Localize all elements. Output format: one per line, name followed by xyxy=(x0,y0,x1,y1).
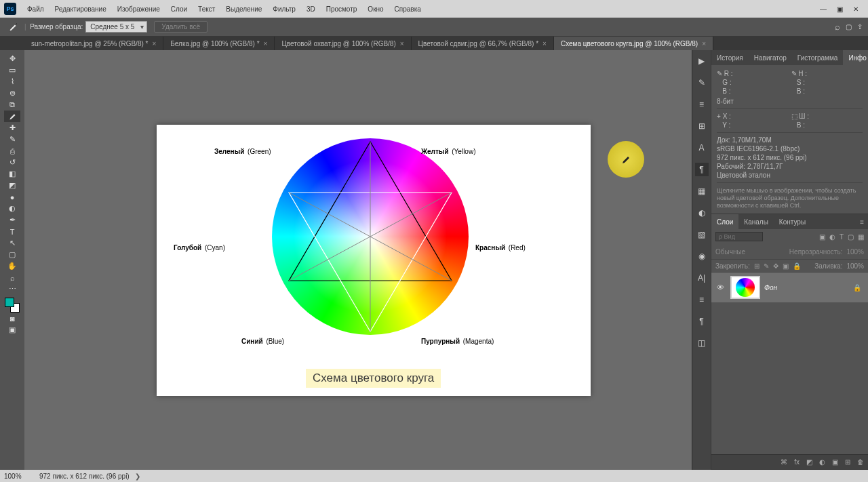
screen-mode[interactable]: ▣ xyxy=(4,324,20,336)
brush-tool[interactable]: ✎ xyxy=(4,134,20,145)
filter-image-icon[interactable]: ▣ xyxy=(819,233,825,241)
close-icon[interactable]: × xyxy=(542,40,547,47)
actions-icon[interactable]: ◐ xyxy=(695,206,709,220)
tab-navigator[interactable]: Навигатор xyxy=(749,50,792,65)
opacity-value[interactable]: 100% xyxy=(846,248,864,256)
eyedropper-tool[interactable] xyxy=(4,111,20,122)
crop-tool[interactable]: ⧉ xyxy=(4,99,20,111)
filter-smart-icon[interactable]: ▦ xyxy=(858,233,864,241)
search-icon[interactable]: ⌕ xyxy=(835,22,840,32)
edit-toolbar[interactable]: ⋯ xyxy=(4,283,20,295)
styles-icon[interactable]: ▦ xyxy=(695,184,709,198)
close-icon[interactable]: × xyxy=(702,40,706,47)
lock-all-icon[interactable]: 🔒 xyxy=(793,262,801,270)
tab-sun-metropolitan[interactable]: sun-metropolitan.jpg @ 25% (RGB/8) *× xyxy=(24,37,163,50)
tab-paths[interactable]: Контуры xyxy=(774,214,811,229)
layer-row[interactable]: 👁 Фон 🔒 xyxy=(711,273,868,302)
menu-filter[interactable]: Фильтр xyxy=(267,5,301,13)
layer-thumbnail[interactable] xyxy=(730,276,760,299)
menu-edit[interactable]: Редактирование xyxy=(50,5,112,13)
tab-layers[interactable]: Слои xyxy=(711,214,738,229)
close-icon[interactable]: × xyxy=(264,40,268,47)
layer-filter-input[interactable] xyxy=(715,232,763,241)
tab-history[interactable]: История xyxy=(711,50,749,65)
filter-shape-icon[interactable]: ▢ xyxy=(848,233,854,241)
zoom-level[interactable]: 100% xyxy=(4,473,34,480)
healing-tool[interactable]: ✚ xyxy=(4,122,20,134)
tab-histogram[interactable]: Гистограмма xyxy=(792,50,844,65)
menu-text[interactable]: Текст xyxy=(193,5,220,13)
hand-tool[interactable]: ✋ xyxy=(4,260,20,272)
tab-shift[interactable]: Цветовой сдвиг.jpg @ 66,7% (RGB/8) *× xyxy=(412,37,554,50)
filter-type-icon[interactable]: T xyxy=(840,233,844,241)
tab-color-wheel[interactable]: Схема цветового круга.jpg @ 100% (RGB/8)… xyxy=(554,37,713,50)
menu-select[interactable]: Выделение xyxy=(220,5,267,13)
char-panel-icon[interactable]: A| xyxy=(695,271,709,285)
filter-adjust-icon[interactable]: ◐ xyxy=(829,233,835,241)
eraser-tool[interactable]: ◧ xyxy=(4,168,20,180)
quick-mask[interactable]: ◙ xyxy=(4,313,20,324)
tab-gamut[interactable]: Цветовой охват.jpg @ 100% (RGB/8)× xyxy=(275,37,411,50)
marquee-tool[interactable]: ▭ xyxy=(4,64,20,76)
gradient-tool[interactable]: ◩ xyxy=(4,180,20,191)
play-icon[interactable]: ▶ xyxy=(695,54,709,68)
mask-icon[interactable]: ◩ xyxy=(806,458,812,466)
tab-channels[interactable]: Каналы xyxy=(738,214,774,229)
glyphs-icon[interactable]: ¶ xyxy=(695,315,709,328)
paragraph-icon[interactable]: ¶ xyxy=(695,163,709,176)
move-tool[interactable]: ✥ xyxy=(4,53,20,64)
quick-select-tool[interactable]: ⊚ xyxy=(4,87,20,99)
path-tool[interactable]: ↖ xyxy=(4,237,20,249)
menu-layers[interactable]: Слои xyxy=(165,5,193,13)
layer-name[interactable]: Фон xyxy=(764,284,849,292)
tab-belka[interactable]: Белка.jpg @ 100% (RGB/8) *× xyxy=(163,37,275,50)
stamp-tool[interactable]: ⎙ xyxy=(4,145,20,157)
close-icon[interactable]: × xyxy=(152,40,156,47)
lock-pixels-icon[interactable]: ✎ xyxy=(764,262,769,270)
status-menu-icon[interactable]: ❯ xyxy=(135,473,140,480)
trash-icon[interactable]: 🗑 xyxy=(857,458,864,466)
menu-file[interactable]: Файл xyxy=(22,5,50,13)
share-icon[interactable]: ⇪ xyxy=(857,23,863,31)
panel-menu-icon[interactable]: ≡ xyxy=(856,214,868,229)
menu-window[interactable]: Окно xyxy=(362,5,389,13)
delete-all-button[interactable]: Удалить всё xyxy=(154,21,208,33)
history-brush-tool[interactable]: ↺ xyxy=(4,157,20,168)
close-icon[interactable]: × xyxy=(400,40,404,47)
blend-mode-dropdown[interactable]: Обычные xyxy=(715,248,745,256)
visibility-icon[interactable]: 👁 xyxy=(714,283,726,292)
lock-position-icon[interactable]: ✥ xyxy=(773,262,778,270)
swatches-icon[interactable]: ⊞ xyxy=(695,119,709,133)
workspace-icon[interactable]: ▢ xyxy=(846,23,852,31)
pen-tool[interactable]: ✒ xyxy=(4,214,20,226)
shape-tool[interactable]: ▢ xyxy=(4,249,20,260)
properties-icon[interactable]: ◉ xyxy=(695,249,709,263)
restore-button[interactable]: ▣ xyxy=(831,2,848,16)
adjustments-icon[interactable]: ≡ xyxy=(695,98,709,111)
color-swatches[interactable] xyxy=(5,298,20,313)
lock-transparency-icon[interactable]: ⊞ xyxy=(754,262,760,270)
type-tool[interactable]: T xyxy=(4,226,20,237)
character-icon[interactable]: A xyxy=(695,141,709,155)
group-icon[interactable]: ▣ xyxy=(832,458,838,466)
foreground-swatch[interactable] xyxy=(5,298,14,307)
close-button[interactable]: ✕ xyxy=(848,2,864,16)
sample-size-dropdown[interactable]: Среднее 5 x 5 xyxy=(85,21,147,33)
blur-tool[interactable]: ● xyxy=(4,191,20,203)
canvas-area[interactable]: Зеленый (Green) Желтый (Yellow) Голубой … xyxy=(24,50,692,470)
zoom-tool[interactable]: ⌕ xyxy=(4,272,20,283)
comments-icon[interactable]: ◫ xyxy=(695,336,709,350)
menu-help[interactable]: Справка xyxy=(389,5,427,13)
link-icon[interactable]: ⌘ xyxy=(781,458,787,466)
minimize-button[interactable]: — xyxy=(815,2,831,16)
tab-info[interactable]: Инфо xyxy=(843,50,868,65)
brush-settings-icon[interactable]: ✎ xyxy=(695,76,709,89)
adjustment-icon[interactable]: ◐ xyxy=(819,458,825,466)
menu-view[interactable]: Просмотр xyxy=(321,5,363,13)
lock-artboard-icon[interactable]: ▣ xyxy=(783,262,789,270)
dodge-tool[interactable]: ◐ xyxy=(4,203,20,214)
fill-value[interactable]: 100% xyxy=(846,262,864,270)
menu-3d[interactable]: 3D xyxy=(301,5,321,13)
lasso-tool[interactable]: ⌇ xyxy=(4,76,20,87)
fx-icon[interactable]: fx xyxy=(794,458,800,466)
